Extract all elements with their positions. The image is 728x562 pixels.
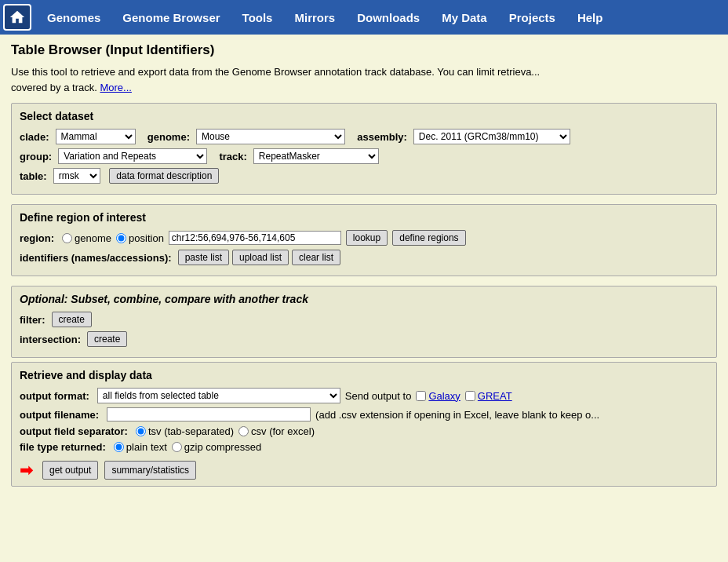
output-filename-hint: (add .csv extension if opening in Excel,… [315, 409, 599, 421]
navbar: Genomes Genome Browser Tools Mirrors Dow… [0, 0, 728, 35]
bottom-buttons: ➡ get output summary/statistics [20, 461, 708, 480]
genome-select[interactable]: Mouse Human Rat [196, 129, 345, 144]
nav-genome-browser[interactable]: Genome Browser [111, 0, 231, 35]
lookup-btn[interactable]: lookup [346, 230, 388, 246]
gzip-radio-label[interactable]: gzip compressed [172, 441, 261, 453]
retrieve-title: Retrieve and display data [20, 369, 708, 381]
nav-my-data[interactable]: My Data [431, 0, 498, 35]
track-label: track: [219, 151, 246, 162]
output-filename-label: output filename: [20, 409, 99, 421]
region-label: region: [20, 232, 54, 244]
tsv-radio[interactable] [136, 426, 146, 436]
nav-downloads[interactable]: Downloads [346, 0, 431, 35]
great-link[interactable]: GREAT [478, 390, 512, 402]
clear-list-btn[interactable]: clear list [292, 250, 340, 265]
file-type-row: file type returned: plain text gzip comp… [20, 441, 708, 453]
assembly-label: assembly: [357, 131, 407, 143]
filter-label: filter: [20, 314, 46, 326]
position-radio-label[interactable]: position [116, 232, 164, 244]
group-row: group: Variation and Repeats Genes and G… [20, 148, 708, 164]
great-checkbox[interactable] [465, 391, 475, 401]
genome-radio-label[interactable]: genome [62, 232, 111, 244]
upload-list-btn[interactable]: upload list [232, 250, 289, 265]
great-checkbox-label[interactable]: GREAT [465, 390, 512, 402]
field-separator-row: output field separator: tsv (tab-separat… [20, 425, 708, 437]
filter-row: filter: create [20, 312, 708, 327]
output-format-select[interactable]: all fields from selected table selected … [97, 388, 340, 403]
genome-radio[interactable] [62, 233, 72, 243]
csv-radio-label[interactable]: csv (for excel) [238, 425, 315, 437]
group-select[interactable]: Variation and Repeats Genes and Gene Pre… [58, 148, 207, 164]
clade-row: clade: Mammal Vertebrate Deuterostome In… [20, 129, 708, 144]
clade-select[interactable]: Mammal Vertebrate Deuterostome Insect Ne… [56, 129, 136, 144]
track-select[interactable]: RepeatMasker Simple Repeats Microsatelli… [253, 148, 379, 164]
plain-text-radio[interactable] [114, 442, 124, 452]
field-separator-label: output field separator: [20, 425, 128, 437]
optional-section: Optional: Subset, combine, compare with … [11, 286, 717, 358]
intersection-label: intersection: [20, 334, 81, 345]
home-button[interactable] [3, 4, 31, 31]
nav-genomes[interactable]: Genomes [36, 0, 111, 35]
position-radio[interactable] [116, 233, 126, 243]
page-description: Use this tool to retrieve and export dat… [11, 64, 717, 95]
output-filename-input[interactable] [107, 407, 311, 422]
page-title: Table Browser (Input Identifiers) [11, 42, 717, 58]
clade-label: clade: [20, 131, 49, 143]
gzip-radio[interactable] [172, 442, 182, 452]
genome-label: genome: [147, 131, 190, 143]
identifiers-label: identifiers (names/accessions): [20, 252, 172, 264]
nav-mirrors[interactable]: Mirrors [283, 0, 346, 35]
nav-tools[interactable]: Tools [231, 0, 284, 35]
region-section: Define region of interest region: genome… [11, 204, 717, 276]
define-regions-btn[interactable]: define regions [392, 230, 465, 246]
get-output-btn[interactable]: get output [42, 461, 98, 480]
table-label: table: [20, 170, 47, 182]
send-output-label: Send output to [345, 390, 412, 402]
page-content: Table Browser (Input Identifiers) Use th… [0, 35, 728, 504]
group-label: group: [20, 151, 52, 162]
galaxy-link[interactable]: Galaxy [428, 390, 460, 402]
data-format-btn[interactable]: data format description [109, 168, 219, 184]
plain-text-radio-label[interactable]: plain text [114, 441, 167, 453]
table-select[interactable]: rmsk [53, 168, 100, 184]
optional-title: Optional: Subset, combine, compare with … [20, 293, 708, 305]
paste-list-btn[interactable]: paste list [178, 250, 229, 265]
intersection-create-btn[interactable]: create [87, 331, 127, 347]
nav-help[interactable]: Help [566, 0, 614, 35]
identifiers-row: identifiers (names/accessions): paste li… [20, 250, 708, 265]
galaxy-checkbox-label[interactable]: Galaxy [416, 390, 460, 402]
file-type-label: file type returned: [20, 441, 106, 453]
tsv-radio-label[interactable]: tsv (tab-separated) [136, 425, 234, 437]
filter-create-btn[interactable]: create [52, 312, 92, 327]
output-format-label: output format: [20, 390, 89, 402]
assembly-select[interactable]: Dec. 2011 (GRCm38/mm10) Jul. 2007 (NCBI3… [413, 129, 570, 144]
retrieve-section: Retrieve and display data output format:… [11, 362, 717, 487]
output-filename-row: output filename: (add .csv extension if … [20, 407, 708, 422]
galaxy-checkbox[interactable] [416, 391, 426, 401]
arrow-indicator: ➡ [20, 461, 33, 480]
output-format-row: output format: all fields from selected … [20, 388, 708, 403]
csv-radio[interactable] [238, 426, 249, 436]
intersection-row: intersection: create [20, 331, 708, 347]
position-input[interactable] [169, 231, 341, 245]
summary-stats-btn[interactable]: summary/statistics [104, 461, 196, 480]
more-link[interactable]: More... [100, 82, 131, 93]
select-dataset-title: Select dataset [20, 110, 708, 122]
region-row: region: genome position lookup define re… [20, 230, 708, 246]
table-row: table: rmsk data format description [20, 168, 708, 184]
region-title: Define region of interest [20, 211, 708, 224]
select-dataset-section: Select dataset clade: Mammal Vertebrate … [11, 103, 717, 195]
nav-projects[interactable]: Projects [498, 0, 566, 35]
